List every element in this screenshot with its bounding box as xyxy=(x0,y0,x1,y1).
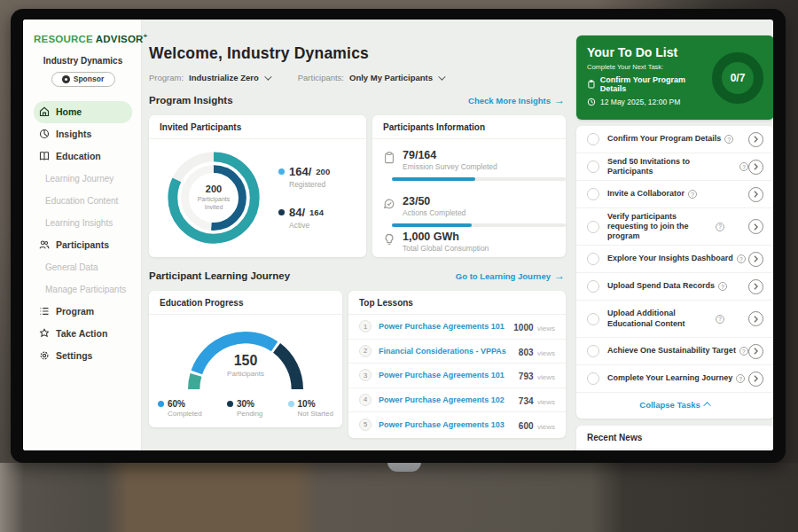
task-go-button[interactable] xyxy=(748,311,763,326)
legend-pending: 30% Pending xyxy=(227,399,262,418)
sidebar-item-label: Settings xyxy=(56,350,92,361)
participants-dropdown[interactable]: Participants: Only My Participants xyxy=(298,73,443,82)
info-row-consumption: 1,000 GWh Total Global Consumption xyxy=(383,231,555,253)
sidebar-item-education-content[interactable]: Education Content xyxy=(34,190,132,212)
task-checkbox[interactable] xyxy=(587,133,599,145)
task-checkbox[interactable] xyxy=(587,345,599,357)
sidebar-item-take-action[interactable]: Take Action xyxy=(34,323,132,345)
task-go-button[interactable] xyxy=(748,344,763,359)
todo-progress-value: 0/7 xyxy=(731,72,746,84)
active-value: 84/ xyxy=(289,206,305,219)
pending-pct: 30% xyxy=(237,399,254,409)
section-title: Participant Learning Journey xyxy=(149,270,290,281)
invited-count-label: Participants Invited xyxy=(189,196,239,212)
task-checkbox[interactable] xyxy=(587,160,599,173)
sidebar-item-settings[interactable]: Settings xyxy=(34,345,132,367)
lesson-row: 2 Financial Considerations - VPPAs 803 v… xyxy=(348,340,566,364)
lesson-link[interactable]: Power Purchase Agreements 103 xyxy=(379,420,519,429)
task-checkbox[interactable] xyxy=(587,313,599,325)
sidebar-nav: Home Insights Education Learning Journey… xyxy=(34,101,132,367)
lesson-link[interactable]: Financial Considerations - VPPAs xyxy=(379,347,519,356)
sidebar-item-manage-participants[interactable]: Manage Participants xyxy=(34,278,132,301)
task-go-button[interactable] xyxy=(748,132,763,147)
task-row[interactable]: Upload Spend Data Records ? xyxy=(576,273,773,301)
info-row-emission-survey: 79/164 Emission Survey Completed xyxy=(383,149,555,171)
task-checkbox[interactable] xyxy=(587,372,599,385)
task-label: Explore Your Insights Dashboard xyxy=(607,254,733,263)
sponsor-badge: Sponsor xyxy=(51,72,115,87)
chevron-down-icon xyxy=(438,73,445,80)
collapse-tasks-label: Collapse Tasks xyxy=(639,400,700,410)
sidebar-item-education[interactable]: Education xyxy=(34,145,132,168)
todo-tasks-card: Confirm Your Program Details ? Send 50 I… xyxy=(576,126,773,419)
task-label: Invite a Collaborator xyxy=(607,189,685,199)
actions-completed-value: 23/50 xyxy=(403,195,555,207)
task-go-button[interactable] xyxy=(748,279,763,294)
pending-label: Pending xyxy=(237,410,262,418)
not-started-pct: 10% xyxy=(298,399,316,409)
sidebar-item-insights[interactable]: Insights xyxy=(34,123,132,145)
participants-count-label: Participants xyxy=(179,370,312,378)
consumption-label: Total Global Consumption xyxy=(403,244,555,253)
task-row[interactable]: Achieve One Sustainability Target ? xyxy=(576,338,773,365)
sidebar-item-learning-insights[interactable]: Learning Insights xyxy=(34,212,132,234)
task-checkbox[interactable] xyxy=(587,253,599,265)
sidebar-item-program[interactable]: Program xyxy=(34,301,132,323)
actions-progress-bar xyxy=(392,223,566,227)
sidebar-item-participants[interactable]: Participants xyxy=(34,234,132,256)
task-label: Send 50 Invitations to Participants xyxy=(607,157,736,177)
task-go-button[interactable] xyxy=(748,219,763,234)
task-row[interactable]: Send 50 Invitations to Participants ? xyxy=(576,153,773,181)
book-icon xyxy=(39,151,50,161)
legend-dot-completed xyxy=(158,401,164,407)
sidebar-item-learning-journey[interactable]: Learning Journey xyxy=(34,168,132,190)
task-checkbox[interactable] xyxy=(587,280,599,293)
task-checkbox[interactable] xyxy=(587,188,599,200)
lesson-views: 1000 xyxy=(513,323,533,332)
chevron-right-icon xyxy=(754,136,758,143)
task-label: Achieve One Sustainability Target xyxy=(607,346,736,356)
go-to-learning-journey-link[interactable]: Go to Learning Journey → xyxy=(456,270,565,282)
info-icon: ? xyxy=(688,190,697,199)
list-icon xyxy=(39,306,50,317)
lesson-link[interactable]: Power Purchase Agreements 101 xyxy=(379,371,519,379)
task-go-button[interactable] xyxy=(748,160,763,175)
progress-fill xyxy=(392,177,475,181)
task-go-button[interactable] xyxy=(748,187,763,202)
task-row[interactable]: Complete Your Learning Journey ? xyxy=(576,365,773,393)
chevron-right-icon xyxy=(754,348,758,355)
actions-icon xyxy=(383,198,395,210)
learning-journey-header: Participant Learning Journey Go to Learn… xyxy=(149,270,565,282)
lesson-link[interactable]: Power Purchase Agreements 102 xyxy=(379,395,519,404)
arrow-right-icon: → xyxy=(554,94,565,106)
legend-dot-not-started xyxy=(288,401,294,407)
task-row[interactable]: Invite a Collaborator ? xyxy=(576,181,773,208)
lesson-link[interactable]: Power Purchase Agreements 101 xyxy=(379,322,513,331)
filters-bar: Program: Industrialize Zero Participants… xyxy=(149,73,443,82)
views-label: views xyxy=(537,349,555,357)
page-title: Welcome, Industry Dynamics xyxy=(149,44,369,63)
collapse-tasks-link[interactable]: Collapse Tasks xyxy=(576,393,773,416)
todo-due-date: 12 May 2025, 12:00 PM xyxy=(600,98,680,106)
sidebar-item-label: Education Content xyxy=(45,196,118,206)
recent-news-card: Recent News xyxy=(576,426,773,450)
education-progress-card: Education Progress 150 Participants 60% … xyxy=(149,291,342,427)
task-row[interactable]: Confirm Your Program Details ? xyxy=(576,126,773,153)
sidebar-item-home[interactable]: Home xyxy=(34,101,132,123)
sidebar-item-label: Learning Journey xyxy=(45,174,113,184)
task-checkbox[interactable] xyxy=(587,221,599,233)
task-row[interactable]: Explore Your Insights Dashboard ? xyxy=(576,246,773,273)
task-row[interactable]: Verify participants requesting to join t… xyxy=(576,208,773,246)
sidebar-item-general-data[interactable]: General Data xyxy=(34,256,132,278)
check-more-insights-link[interactable]: Check More Insights → xyxy=(468,94,565,106)
task-go-button[interactable] xyxy=(748,372,763,387)
info-icon: ? xyxy=(739,347,748,356)
link-label: Go to Learning Journey xyxy=(456,271,551,281)
todo-summary-card: Your To Do List Complete Your Next Task:… xyxy=(576,35,773,120)
gauge-legend: 60% Completed 30% Pending 10% Not Starte… xyxy=(158,399,333,418)
top-lessons-card: Top Lessons 1 Power Purchase Agreements … xyxy=(348,291,566,438)
program-dropdown[interactable]: Program: Industrialize Zero xyxy=(149,73,270,82)
app-logo: RESOURCE ADVISOR+ xyxy=(34,32,132,44)
task-row[interactable]: Upload Additional Educational Content ? xyxy=(576,301,773,338)
task-go-button[interactable] xyxy=(748,252,763,267)
